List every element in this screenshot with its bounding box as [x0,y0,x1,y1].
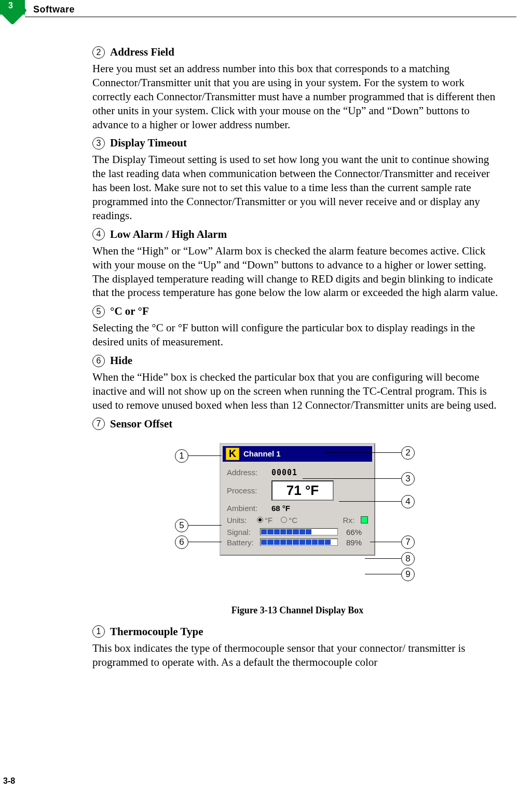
heading-text: Low Alarm / High Alarm [110,228,227,241]
callout-circle: 4 [401,495,415,508]
heading-thermocouple-type: 1 Thermocouple Type [92,625,502,638]
callout-7: 7 [370,535,415,549]
heading-hide: 6 Hide [92,354,502,367]
signal-pct: 66% [341,528,362,536]
callout-line [370,542,401,543]
callout-6: 6 [175,535,222,549]
paragraph: Here you must set an address number into… [92,62,502,131]
battery-label: Battery: [227,538,257,547]
signal-label: Signal: [227,528,257,536]
callout-1: 1 [175,449,222,463]
radio-dot-icon [257,517,263,523]
callout-line [323,452,401,453]
callout-circle: 9 [401,568,415,581]
process-label: Process: [227,486,267,495]
callout-line [188,525,222,526]
callout-4: 4 [339,495,415,508]
unit-f-radio[interactable]: °F [257,516,272,525]
callout-8: 8 [365,552,415,566]
circled-number: 6 [92,355,105,367]
section-title: Software [33,4,75,15]
page-header: 3 Software [0,0,532,25]
circled-number: 5 [92,305,105,318]
circled-number: 3 [92,137,105,150]
callout-line [365,574,401,575]
paragraph: Selecting the °C or °F button will confi… [92,321,502,349]
page-number: 3-8 [3,776,15,786]
paragraph: When the “High” or “Low” Alarm box is ch… [92,244,502,300]
battery-row: Battery: 89% [227,538,368,547]
address-label: Address: [227,468,267,477]
rx-label: Rx: [343,516,355,525]
heading-text: Hide [110,354,132,367]
callout-2: 2 [323,446,415,460]
heading-text: Sensor Offset [110,418,172,431]
callout-circle: 5 [175,519,188,532]
address-value: 00001 [271,468,297,477]
units-row: Units: °F °C Rx: [227,516,368,525]
heading-low-high-alarm: 4 Low Alarm / High Alarm [92,228,502,241]
callout-line [188,542,222,543]
signal-bar [260,528,338,535]
circled-number: 4 [92,228,105,240]
callout-line [365,558,401,559]
battery-pct: 89% [341,538,362,547]
channel-title: Channel 1 [243,449,281,458]
paragraph: The Display Timeout setting is used to s… [92,153,502,222]
heading-text: Display Timeout [110,137,187,150]
callout-circle: 6 [175,535,188,549]
callout-5: 5 [175,519,222,532]
battery-bar [260,539,338,546]
header-rule [25,17,516,17]
rx-indicator [361,516,368,523]
figure-caption: Figure 3-13 Channel Display Box [92,605,502,616]
unit-c-radio[interactable]: °C [281,516,297,525]
heading-text: Thermocouple Type [110,625,203,638]
paragraph: This box indicates the type of thermocou… [92,641,502,669]
signal-row: Signal: 66% [227,528,368,536]
circled-number: 1 [92,625,105,638]
radio-dot-icon [281,517,287,523]
callout-line [303,478,401,479]
callout-9: 9 [365,568,415,581]
units-label: Units: [227,516,253,525]
circled-number: 7 [92,418,105,430]
paragraph: When the “Hide” box is checked the parti… [92,370,502,412]
heading-address-field: 2 Address Field [92,46,502,59]
callout-line [188,455,222,457]
heading-c-or-f: 5 °C or °F [92,305,502,318]
heading-sensor-offset: 7 Sensor Offset [92,418,502,431]
callout-circle: 8 [401,552,415,566]
callout-3: 3 [303,472,415,486]
page-content: 2 Address Field Here you must set an add… [92,46,502,674]
callout-circle: 2 [401,446,415,460]
ambient-value: 68 °F [271,504,290,513]
callout-circle: 1 [175,449,188,463]
circled-number: 2 [92,46,105,59]
heading-display-timeout: 3 Display Timeout [92,137,502,150]
figure-channel-display-box: K Channel 1 Address: 00001 Process: 71 °… [152,443,443,599]
heading-text: Address Field [110,46,174,59]
ambient-label: Ambient: [227,504,267,513]
unit-f-label: °F [265,516,272,525]
callout-line [339,501,401,502]
heading-text: °C or °F [110,305,149,318]
callout-circle: 7 [401,535,415,549]
unit-c-label: °C [289,516,297,525]
chapter-number: 3 [8,1,13,10]
callout-circle: 3 [401,472,415,486]
tc-type-badge: K [226,448,239,460]
